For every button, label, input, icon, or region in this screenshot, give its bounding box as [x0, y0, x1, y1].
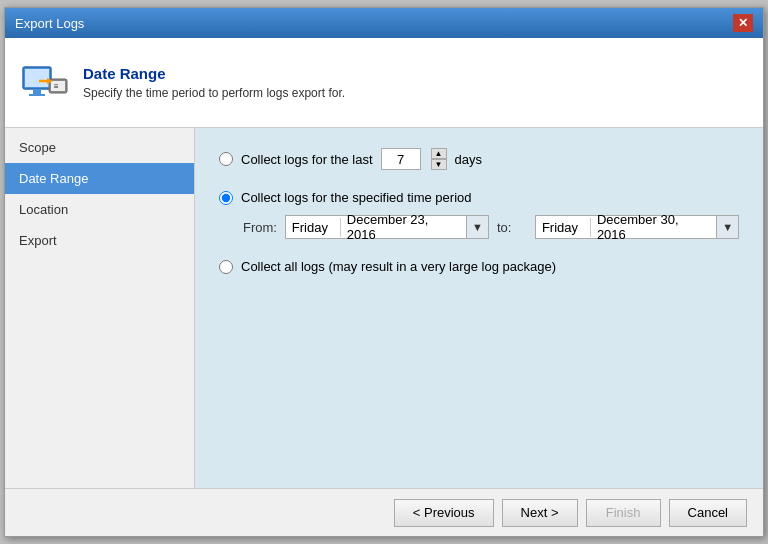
window-title: Export Logs: [15, 16, 84, 31]
from-calendar-button[interactable]: ▼: [466, 216, 488, 238]
option-specified-label[interactable]: Collect logs for the specified time peri…: [241, 190, 472, 205]
svg-rect-3: [29, 94, 45, 96]
option-specified-row: Collect logs for the specified time peri…: [219, 190, 739, 205]
to-date-field[interactable]: Friday December 30, 2016 ▼: [535, 215, 739, 239]
from-day: Friday: [286, 218, 341, 237]
days-spinner: ▲ ▼: [431, 148, 447, 170]
header-text: Date Range Specify the time period to pe…: [83, 65, 345, 100]
date-range-row: From: Friday December 23, 2016 ▼ to: Fri…: [243, 215, 739, 239]
sidebar-item-scope[interactable]: Scope: [5, 132, 194, 163]
previous-button[interactable]: < Previous: [394, 499, 494, 527]
header-description: Specify the time period to perform logs …: [83, 86, 345, 100]
from-calendar-icon: ▼: [472, 221, 483, 233]
sidebar-item-location[interactable]: Location: [5, 194, 194, 225]
main-window: Export Logs ✕ ≡ Date Range Specify the: [4, 7, 764, 537]
to-calendar-button[interactable]: ▼: [716, 216, 738, 238]
days-unit-label: days: [455, 152, 482, 167]
svg-rect-2: [33, 89, 41, 94]
days-input[interactable]: [381, 148, 421, 170]
days-spinner-down[interactable]: ▼: [431, 159, 447, 170]
content-area: Collect logs for the last ▲ ▼ days Colle…: [195, 128, 763, 488]
header-title: Date Range: [83, 65, 345, 82]
svg-text:≡: ≡: [54, 82, 59, 91]
finish-button[interactable]: Finish: [586, 499, 661, 527]
main-content: Scope Date Range Location Export Collect…: [5, 128, 763, 488]
to-date: December 30, 2016: [591, 210, 716, 244]
to-calendar-icon: ▼: [722, 221, 733, 233]
sidebar: Scope Date Range Location Export: [5, 128, 195, 488]
option-specified-section: Collect logs for the specified time peri…: [219, 190, 739, 239]
cancel-button[interactable]: Cancel: [669, 499, 747, 527]
days-spinner-up[interactable]: ▲: [431, 148, 447, 159]
option-all-label[interactable]: Collect all logs (may result in a very l…: [241, 259, 556, 274]
sidebar-item-date-range[interactable]: Date Range: [5, 163, 194, 194]
svg-rect-1: [25, 69, 49, 87]
option-all-row: Collect all logs (may result in a very l…: [219, 259, 739, 274]
to-label: to:: [497, 220, 527, 235]
footer: < Previous Next > Finish Cancel: [5, 488, 763, 536]
option-last-days-label[interactable]: Collect logs for the last: [241, 152, 373, 167]
header-area: ≡ Date Range Specify the time period to …: [5, 38, 763, 128]
option-last-days-radio[interactable]: [219, 152, 233, 166]
close-button[interactable]: ✕: [733, 14, 753, 32]
option-last-days-row: Collect logs for the last ▲ ▼ days: [219, 148, 739, 170]
title-bar: Export Logs ✕: [5, 8, 763, 38]
from-date: December 23, 2016: [341, 210, 466, 244]
sidebar-item-export[interactable]: Export: [5, 225, 194, 256]
next-button[interactable]: Next >: [502, 499, 578, 527]
header-icon: ≡: [21, 59, 69, 107]
option-all-radio[interactable]: [219, 260, 233, 274]
from-label: From:: [243, 220, 277, 235]
to-day: Friday: [536, 218, 591, 237]
from-date-field[interactable]: Friday December 23, 2016 ▼: [285, 215, 489, 239]
option-specified-radio[interactable]: [219, 191, 233, 205]
